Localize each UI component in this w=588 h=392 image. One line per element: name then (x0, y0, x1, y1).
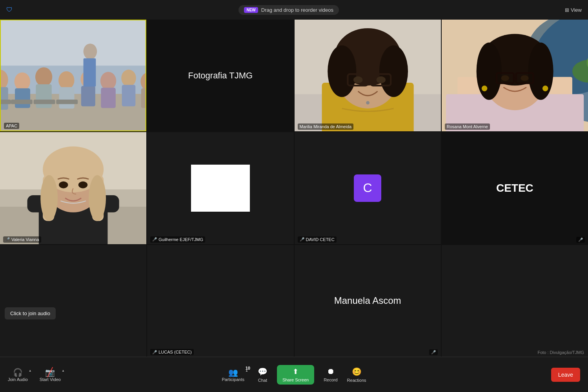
svg-point-30 (328, 45, 356, 97)
svg-rect-21 (1, 100, 11, 104)
toolbar-left: 🎧 Join Audio ▲ 📷 ╱ Start Video ▲ (8, 368, 65, 382)
svg-point-55 (482, 85, 488, 91)
david-avatar: C (354, 174, 381, 202)
apac-video (1, 20, 146, 131)
record-icon: ⏺ (327, 367, 335, 376)
valeria-name-label: 🎤 Valeria Vianna (3, 236, 41, 243)
participant-valeria: 🎤 Valeria Vianna (0, 132, 146, 244)
share-screen-button[interactable]: ⬆ Share Screen (277, 365, 314, 385)
svg-point-35 (353, 76, 362, 83)
svg-point-53 (501, 75, 509, 81)
svg-point-48 (476, 43, 501, 100)
shield-icon: 🛡 (6, 6, 13, 13)
svg-point-49 (528, 43, 553, 100)
start-video-button[interactable]: 📷 ╱ Start Video ▲ (40, 368, 65, 382)
svg-point-70 (59, 181, 68, 189)
start-video-label: Start Video (40, 377, 61, 382)
rosana-name-label: Rosana Mont Alverne (445, 123, 490, 130)
marilia-name-label: Marilia Miranda de Almeida (298, 123, 354, 130)
svg-rect-8 (36, 84, 51, 108)
manuela-title: Manuela Ascom (334, 295, 401, 306)
chat-icon: 💬 (258, 367, 268, 376)
svg-point-9 (58, 71, 74, 89)
new-badge: NEW (244, 7, 258, 13)
david-name-label: 🎤 DAVID CETEC (298, 236, 337, 243)
reactions-button[interactable]: 😊 Reactions (347, 367, 366, 383)
svg-rect-24 (56, 100, 78, 104)
svg-point-15 (121, 70, 136, 87)
participants-count: 10 (246, 366, 250, 370)
drag-drop-banner: NEW Drag and drop to reorder videos (238, 5, 339, 15)
rosana-video (442, 20, 588, 131)
reactions-icon: 😊 (352, 367, 362, 376)
toolbar-right: Leave (551, 368, 580, 382)
video-grid: APAC Fotografia TJMG (0, 20, 588, 357)
valeria-muted-icon: 🎤 (5, 237, 10, 241)
svg-point-13 (100, 72, 116, 90)
participant-cetec: CETEC 🎤 (442, 132, 588, 244)
headphones-icon: 🎧 (13, 368, 23, 377)
participants-label: Participants (222, 377, 244, 382)
svg-rect-22 (11, 100, 33, 104)
svg-rect-20 (84, 58, 96, 87)
manuela-name-label: 🎤 (429, 349, 438, 355)
guilherme-name-label: 🎤 Guilherme EJEF/TJMG (150, 236, 205, 243)
view-button[interactable]: ⊞ View (565, 7, 582, 13)
lucas-name-label: 🎤 LUCAS (CETEC) (150, 349, 193, 355)
leave-button[interactable]: Leave (551, 368, 580, 382)
svg-point-37 (366, 101, 370, 105)
participants-button[interactable]: 👥 Participants ▲ 10 (222, 368, 248, 382)
svg-rect-14 (101, 88, 116, 108)
manuela-muted-icon: 🎤 (431, 350, 436, 354)
svg-point-68 (40, 175, 58, 221)
join-audio-label: Join Audio (8, 377, 28, 382)
david-muted-icon: 🎤 (300, 237, 304, 241)
svg-point-19 (84, 44, 97, 59)
camera-icon: 📷 ╱ (45, 368, 55, 377)
join-audio-overlay[interactable]: Click to join audio (5, 307, 56, 319)
chat-button[interactable]: 💬 Chat (258, 367, 268, 383)
svg-point-31 (379, 45, 408, 97)
svg-rect-4 (1, 87, 8, 110)
marilia-video (295, 20, 441, 131)
chat-label: Chat (258, 378, 267, 383)
svg-point-7 (35, 67, 52, 87)
participant-empty1 (0, 245, 146, 357)
svg-point-5 (15, 73, 30, 91)
join-audio-click-text: Click to join audio (10, 310, 50, 316)
join-audio-button[interactable]: 🎧 Join Audio ▲ (8, 368, 32, 382)
participant-lucas: 🎤 LUCAS (CETEC) (147, 245, 293, 357)
reactions-label: Reactions (347, 378, 366, 383)
foto-title: Fotografia TJMG (188, 71, 253, 81)
participant-david: C 🎤 DAVID CETEC (295, 132, 441, 244)
svg-point-71 (78, 181, 87, 189)
participant-apac: APAC (0, 20, 146, 131)
svg-rect-1 (1, 20, 146, 65)
cetec-title: CETEC (496, 182, 533, 194)
share-screen-label: Share Screen (282, 377, 309, 382)
participant-empty2 (442, 245, 588, 357)
participant-guilherme: 🎤 Guilherme EJEF/TJMG (147, 132, 293, 244)
guilherme-screen (191, 165, 250, 212)
svg-rect-18 (141, 88, 146, 108)
svg-rect-23 (34, 100, 55, 104)
participants-icon: 👥 (228, 368, 238, 377)
record-button[interactable]: ⏺ Record (324, 367, 337, 382)
lucas-muted-icon: 🎤 (152, 350, 157, 354)
banner-text: Drag and drop to reorder videos (261, 7, 333, 13)
svg-point-69 (89, 175, 106, 221)
svg-point-56 (542, 85, 548, 91)
svg-rect-12 (81, 86, 95, 106)
toolbar-center: 👥 Participants ▲ 10 💬 Chat ⬆ Share Scree… (222, 365, 366, 385)
cetec-name-label: 🎤 (576, 237, 585, 243)
participant-manuela: Manuela Ascom 🎤 (295, 245, 441, 357)
participant-foto: Fotografia TJMG (147, 20, 293, 131)
record-label: Record (324, 377, 337, 382)
apac-name-label: APAC (4, 123, 19, 129)
participant-marilia: Marilia Miranda de Almeida (295, 20, 441, 131)
guilherme-muted-icon: 🎤 (152, 237, 157, 241)
valeria-video (0, 132, 146, 244)
svg-rect-10 (59, 87, 75, 109)
toolbar: 🎧 Join Audio ▲ 📷 ╱ Start Video ▲ 👥 Parti… (0, 357, 588, 392)
photo-credit: Foto : Divulgação/TJMG (537, 350, 584, 355)
